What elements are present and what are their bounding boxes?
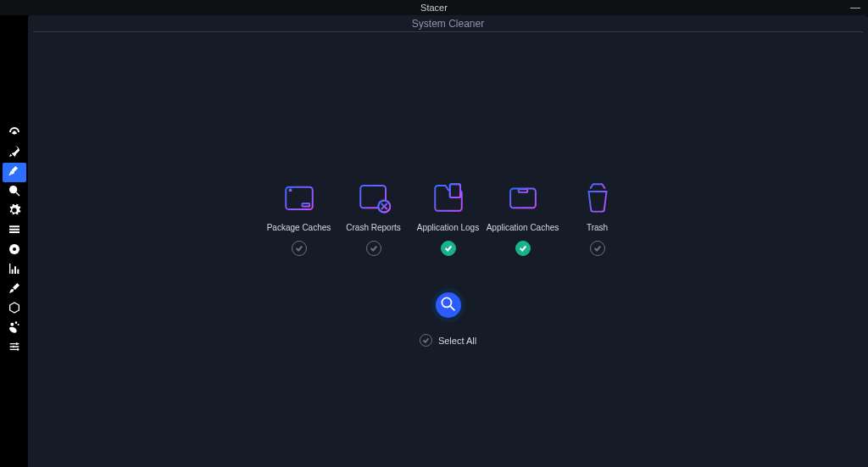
svg-rect-9 [302, 203, 309, 207]
magnifier-icon [440, 296, 456, 314]
category-crash-reports: Crash Reports [342, 176, 406, 256]
category-row: Package Caches [267, 176, 630, 256]
sidebar-item-resources[interactable] [3, 260, 26, 280]
gear-icon [8, 203, 21, 220]
gauge-icon [8, 125, 21, 142]
content-area: Package Caches [28, 32, 868, 467]
sidebar-item-startup-apps[interactable] [3, 143, 26, 163]
crash-report-icon [356, 176, 392, 219]
svg-rect-10 [288, 189, 292, 192]
sidebar-item-settings[interactable] [3, 338, 26, 358]
select-all-label: Select All [438, 336, 476, 346]
svg-point-3 [13, 247, 16, 251]
category-checkbox-package-caches[interactable] [292, 241, 307, 256]
package-icon [8, 301, 21, 317]
svg-point-0 [9, 186, 16, 193]
sidebar-item-processes[interactable] [3, 221, 26, 241]
sidebar [0, 15, 28, 467]
category-checkbox-application-caches[interactable] [515, 241, 531, 256]
svg-point-6 [16, 348, 19, 351]
sidebar-item-uninstaller[interactable] [3, 241, 26, 260]
foot-icon [8, 320, 21, 336]
tools-icon [8, 281, 21, 297]
svg-rect-26 [518, 189, 527, 192]
window-titlebar: Stacer — [0, 0, 868, 15]
category-application-logs: Application Logs [416, 176, 481, 256]
window-minimize-button[interactable]: — [849, 2, 861, 14]
category-package-caches: Package Caches [267, 176, 331, 256]
category-checkbox-trash[interactable] [590, 241, 605, 256]
stack-icon [8, 223, 21, 239]
scan-button[interactable] [431, 288, 465, 322]
svg-point-33 [442, 297, 451, 307]
sidebar-item-helpers[interactable] [3, 280, 26, 299]
svg-line-34 [450, 306, 455, 311]
chart-icon [8, 262, 21, 278]
sidebar-item-search[interactable] [3, 182, 26, 202]
svg-point-4 [15, 342, 18, 345]
broom-icon [8, 164, 21, 181]
folder-log-icon [431, 176, 466, 219]
category-label: Application Logs [417, 223, 479, 232]
svg-point-5 [12, 346, 14, 348]
category-checkbox-application-logs[interactable] [441, 241, 456, 256]
sidebar-item-system-cleaner[interactable] [3, 163, 26, 182]
select-all-checkbox [420, 334, 432, 347]
app-frame: System Cleaner [0, 15, 868, 467]
select-all-toggle[interactable]: Select All [420, 334, 476, 347]
page-title: System Cleaner [33, 15, 863, 32]
search-icon [8, 184, 21, 200]
category-label: Trash [587, 223, 608, 232]
sliders-icon [8, 340, 21, 356]
category-label: Package Caches [267, 223, 331, 232]
rocket-icon [8, 145, 21, 161]
sidebar-item-services[interactable] [3, 202, 26, 221]
window-title: Stacer [420, 3, 448, 13]
category-trash: Trash [565, 176, 630, 256]
category-label: Crash Reports [346, 223, 400, 232]
box-icon [281, 176, 317, 219]
sidebar-item-apt-repos[interactable] [3, 299, 26, 319]
category-label: Application Caches [487, 223, 559, 232]
main-panel: System Cleaner [28, 15, 868, 467]
cache-box-icon [505, 176, 541, 219]
trash-icon [580, 176, 615, 219]
sidebar-item-dashboard[interactable] [3, 124, 26, 143]
disc-icon [8, 242, 21, 259]
category-checkbox-crash-reports[interactable] [366, 241, 381, 256]
svg-line-1 [16, 192, 19, 196]
category-application-caches: Application Caches [491, 176, 555, 256]
sidebar-item-gnome-settings[interactable] [3, 319, 26, 338]
